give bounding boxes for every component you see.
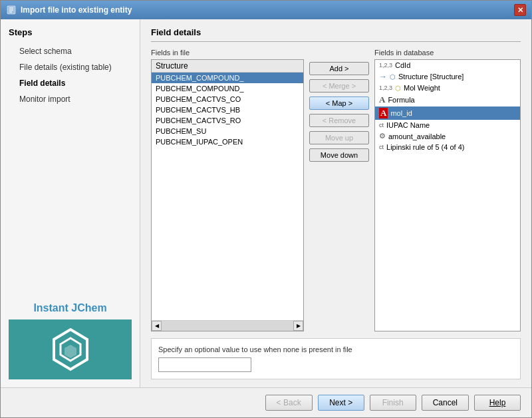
add-button[interactable]: Add >: [309, 62, 369, 75]
main-window: Import file into existing entity ✕ Steps…: [0, 0, 532, 418]
close-button[interactable]: ✕: [514, 4, 526, 16]
cancel-button[interactable]: Cancel: [422, 395, 469, 411]
scroll-right-btn[interactable]: ▶: [293, 321, 303, 331]
step-2: File details (existing table): [19, 61, 132, 73]
file-fields-listbox[interactable]: PUBCHEM_COMPOUND_ PUBCHEM_COMPOUND_ PUBC…: [152, 73, 303, 320]
sidebar-logo: Instant JChem: [9, 302, 132, 379]
optional-label: Specify an optional value to use when no…: [158, 345, 513, 353]
db-item-label: Formula: [388, 96, 414, 104]
map-button[interactable]: < Map >: [309, 97, 369, 110]
db-fields-panel: Fields in database 1,2,3 CdId → ⬡ Struct…: [374, 49, 521, 331]
window-title: Import file into existing entity: [21, 5, 132, 15]
db-item-label: Structure [Structure]: [398, 73, 464, 81]
file-fields-listbox-container: Structure PUBCHEM_COMPOUND_ PUBCHEM_COMP…: [151, 59, 304, 331]
db-item[interactable]: ⚙ amount_available: [375, 130, 520, 142]
type-icon-ct2: ct: [379, 144, 384, 150]
db-item-label: mol_id: [390, 109, 412, 117]
optional-value-area: Specify an optional value to use when no…: [151, 338, 521, 379]
footer: < Back Next > Finish Cancel Help: [1, 387, 531, 417]
help-button[interactable]: Help: [474, 395, 521, 411]
list-item[interactable]: PUBCHEM_COMPOUND_: [152, 83, 303, 94]
arrow-icon: →: [379, 72, 387, 81]
db-item-label: Lipinski rule of 5 (4 of 4): [386, 143, 464, 151]
db-item-mol-id[interactable]: A mol_id: [375, 106, 520, 120]
window-icon: [6, 5, 17, 15]
list-item[interactable]: PUBCHEM_COMPOUND_: [152, 73, 303, 83]
listbox-scrollbar: ◀ ▶: [152, 320, 303, 331]
db-item[interactable]: ct IUPAC Name: [375, 120, 520, 130]
type-icon-struct: ⬡: [390, 73, 396, 81]
section-title: Field details: [151, 27, 521, 42]
step-4: Monitor import: [19, 93, 132, 105]
type-icon-ct: ct: [379, 122, 384, 128]
db-item-label: amount_available: [388, 132, 446, 140]
list-item[interactable]: PUBCHEM_SU: [152, 126, 303, 136]
db-item-label: Mol Weight: [404, 84, 440, 92]
steps-title: Steps: [9, 27, 132, 37]
merge-button[interactable]: < Merge >: [309, 79, 369, 93]
type-icon-A: A: [379, 95, 385, 105]
type-icon-gear: ⚙: [379, 132, 386, 140]
db-fields-label: Fields in database: [374, 49, 521, 57]
move-up-button[interactable]: Move up: [309, 131, 369, 144]
file-fields-label: Fields in file: [151, 49, 304, 57]
list-item[interactable]: PUBCHEM_IUPAC_OPEN: [152, 136, 303, 147]
steps-list: Select schema File details (existing tab…: [9, 45, 132, 109]
list-item[interactable]: PUBCHEM_CACTVS_RO: [152, 115, 303, 126]
logo-icon-area: [9, 319, 132, 379]
remove-button[interactable]: < Remove: [309, 114, 369, 127]
step-3: Field details: [19, 77, 132, 89]
file-fields-panel: Fields in file Structure PUBCHEM_COMPOUN…: [151, 49, 304, 331]
optional-value-input[interactable]: [158, 357, 251, 372]
type-icon-mol: 1,2,3: [379, 85, 392, 91]
type-icon-dot: ⬡: [395, 85, 401, 92]
content-area: Field details Fields in file Structure P…: [140, 19, 531, 387]
title-bar-left: Import file into existing entity: [6, 5, 132, 15]
scroll-left-btn[interactable]: ◀: [152, 321, 162, 331]
type-icon-A-red: A: [379, 108, 388, 118]
list-item[interactable]: PUBCHEM_CACTVS_HB: [152, 104, 303, 115]
next-button[interactable]: Next >: [318, 395, 364, 411]
move-down-button[interactable]: Move down: [309, 148, 369, 162]
db-item[interactable]: A Formula: [375, 93, 520, 106]
list-item[interactable]: PUBCHEM_CACTVS_CO: [152, 94, 303, 104]
db-item[interactable]: → ⬡ Structure [Structure]: [375, 71, 520, 83]
title-bar: Import file into existing entity ✕: [1, 1, 531, 19]
back-button[interactable]: < Back: [265, 395, 313, 411]
main-content: Steps Select schema File details (existi…: [1, 19, 531, 387]
action-buttons-panel: Add > < Merge > < Map > < Remove Move up…: [309, 49, 369, 331]
hex-logo-icon: [47, 326, 94, 373]
scroll-track: [162, 321, 293, 331]
sidebar: Steps Select schema File details (existi…: [1, 19, 140, 387]
field-mapping-area: Fields in file Structure PUBCHEM_COMPOUN…: [151, 49, 521, 331]
db-item-label: IUPAC Name: [386, 121, 430, 129]
db-item[interactable]: 1,2,3 ⬡ Mol Weight: [375, 83, 520, 93]
db-item[interactable]: ct Lipinski rule of 5 (4 of 4): [375, 142, 520, 152]
file-fields-header: Structure: [152, 60, 303, 73]
step-1: Select schema: [19, 45, 132, 57]
finish-button[interactable]: Finish: [370, 395, 416, 411]
db-item[interactable]: 1,2,3 CdId: [375, 60, 520, 71]
type-icon-123: 1,2,3: [379, 62, 392, 69]
logo-text: Instant JChem: [9, 302, 132, 314]
svg-marker-6: [65, 345, 76, 358]
db-fields-listbox[interactable]: 1,2,3 CdId → ⬡ Structure [Structure] 1,2…: [374, 59, 521, 331]
db-item-label: CdId: [395, 61, 410, 69]
